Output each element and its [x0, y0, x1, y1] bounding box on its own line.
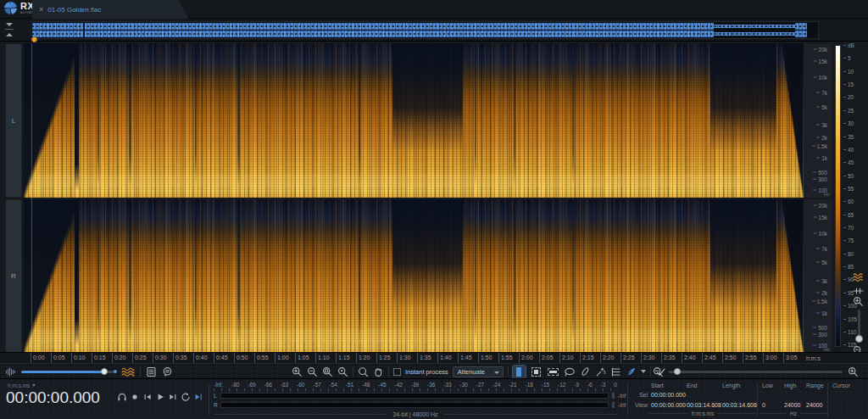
- view-end-value[interactable]: 00:03:14.608: [687, 402, 721, 408]
- spectrogram-right-channel[interactable]: [24, 199, 804, 353]
- db-tick-label: 70: [843, 226, 865, 232]
- sel-start-value[interactable]: 00:00:00.000: [651, 392, 686, 398]
- db-tick-label: 75: [843, 238, 865, 244]
- freq-tick-label: 7k: [816, 90, 827, 96]
- hand-tool-icon[interactable]: [373, 366, 384, 377]
- panel-divider: [209, 383, 209, 416]
- view-range-value[interactable]: 24000: [806, 402, 822, 408]
- zoom-fit-icon[interactable]: [337, 366, 348, 377]
- waveform-view-icon[interactable]: [5, 366, 16, 377]
- meter-scale-label: -3: [601, 382, 606, 388]
- go-to-start-button[interactable]: [142, 392, 153, 402]
- horizontal-zoom-in-icon[interactable]: [848, 366, 859, 377]
- freq-tick-label: 1k: [816, 310, 827, 316]
- col-header-start: Start: [651, 383, 664, 388]
- db-header-label: dB: [843, 43, 865, 49]
- meter-scale-label: -42: [395, 382, 403, 388]
- db-tick-label: 30: [843, 121, 865, 127]
- db-tick-label: 20: [843, 95, 865, 101]
- zoom-selection-icon[interactable]: [322, 366, 333, 377]
- db-color-scale-bar[interactable]: [835, 45, 841, 347]
- waveform-texture: [32, 25, 807, 27]
- meter-scale-label: -66: [264, 382, 272, 388]
- file-info-label: 24-bit | 48000 Hz: [392, 411, 437, 417]
- horizontal-zoom-slider[interactable]: [669, 366, 843, 377]
- blend-slider-knob[interactable]: [101, 368, 108, 375]
- view-start-value[interactable]: 00:00:00.000: [651, 402, 686, 408]
- channel-label: L: [12, 117, 15, 125]
- view-low-value[interactable]: 0: [762, 402, 765, 408]
- play-selection-button[interactable]: [193, 392, 203, 402]
- harmonic-selection-tool[interactable]: [610, 366, 621, 377]
- overview-waveform-right: [32, 31, 807, 37]
- time-format-selector[interactable]: h:m:s.ms: [8, 383, 36, 388]
- frequency-ruler-right[interactable]: Hz 20k15k10k7k5k3k2k1.5k1k500300100: [804, 199, 832, 353]
- instant-process-checkbox[interactable]: [393, 368, 401, 376]
- collapse-overview-icon[interactable]: [5, 23, 14, 36]
- freq-tick-label: 5k: [816, 260, 827, 265]
- db-tick-label: 55: [843, 187, 865, 193]
- waveform-overview[interactable]: [31, 21, 819, 39]
- freq-tick-label: 100: [813, 187, 827, 193]
- monitor-headphones-icon[interactable]: [117, 392, 127, 402]
- magic-wand-tool[interactable]: [595, 366, 606, 377]
- clip-indicator[interactable]: [612, 393, 615, 399]
- meter-scale-label: -9: [574, 382, 579, 388]
- meter-scale-label: -51: [346, 382, 353, 388]
- waveform-texture: [714, 28, 795, 30]
- playhead-time-display[interactable]: 00:00:00.000: [6, 388, 100, 407]
- time-selection-tool[interactable]: [513, 366, 526, 378]
- db-tick-label: 85: [843, 265, 865, 271]
- time-frequency-selection-tool[interactable]: [530, 366, 542, 378]
- event-list-icon[interactable]: [146, 366, 157, 377]
- col-header-end: End: [687, 383, 697, 388]
- channel-strip-right[interactable]: R: [5, 199, 22, 353]
- magnifier-tool-icon[interactable]: [358, 366, 369, 377]
- level-meter-right: [220, 402, 609, 408]
- meter-scale-label: -57: [313, 382, 320, 388]
- freq-tick-label: 300: [813, 332, 827, 338]
- horizontal-zoom-knob[interactable]: [674, 368, 681, 375]
- horizontal-zoom-out-icon[interactable]: [653, 366, 664, 377]
- frequency-selection-tool[interactable]: [547, 366, 559, 378]
- zoom-in-icon[interactable]: [292, 366, 303, 377]
- zoom-out-icon[interactable]: [307, 366, 318, 377]
- brush-selection-tool[interactable]: [580, 366, 591, 377]
- spectral-brush-tool[interactable]: [626, 366, 637, 377]
- freq-tick-label: 1.5k: [812, 299, 827, 304]
- vertical-zoom-in-icon[interactable]: [853, 295, 864, 310]
- meter-channel-label: L: [214, 393, 217, 399]
- clip-indicator[interactable]: [612, 402, 615, 408]
- waveform-spectrogram-blend-slider[interactable]: [21, 366, 116, 377]
- tab-title: 01-05 Golden.flac: [47, 6, 101, 14]
- db-tick-label: 60: [843, 199, 865, 205]
- view-length-value[interactable]: 00:03:14.608: [722, 402, 757, 408]
- spectrogram-left-channel[interactable]: [24, 43, 804, 198]
- play-button[interactable]: [155, 392, 165, 402]
- tab-close-icon[interactable]: ×: [39, 5, 43, 14]
- time-ruler[interactable]: 0:000:050:100:150:200:250:300:350:400:45…: [0, 352, 868, 363]
- frequency-ruler-left[interactable]: Hz 20k15k10k7k5k3k2k1.5k1k500300100: [804, 43, 832, 198]
- view-high-value[interactable]: 24000: [784, 402, 800, 408]
- spectrogram-view-icon[interactable]: [121, 366, 135, 377]
- go-to-end-button[interactable]: [168, 392, 178, 402]
- lasso-selection-tool[interactable]: [564, 366, 576, 377]
- waveform-quiet-gap: [83, 23, 85, 30]
- vertical-zoom-knob[interactable]: [855, 335, 863, 343]
- module-dropdown[interactable]: Attenuate: [453, 366, 504, 377]
- freq-tick-label: 5k: [816, 103, 827, 109]
- playhead-marker[interactable]: [31, 36, 37, 42]
- channel-strip-left[interactable]: L: [5, 43, 22, 198]
- tool-options-caret-icon[interactable]: [641, 370, 646, 373]
- meter-scale-label: -12: [558, 382, 565, 388]
- meter-scale-label: -15: [542, 382, 549, 388]
- file-tab[interactable]: × 01-05 Golden.flac: [32, 0, 188, 19]
- record-button[interactable]: [130, 392, 140, 402]
- comment-icon[interactable]: [162, 366, 173, 377]
- spectrogram-texture: [24, 43, 804, 198]
- meter-scale-label: -Inf.: [214, 382, 223, 388]
- freq-tick-label: 15k: [814, 58, 827, 64]
- db-tick-label: 50: [843, 174, 865, 180]
- loop-button[interactable]: [181, 392, 191, 402]
- db-tick-label: 5: [843, 56, 865, 62]
